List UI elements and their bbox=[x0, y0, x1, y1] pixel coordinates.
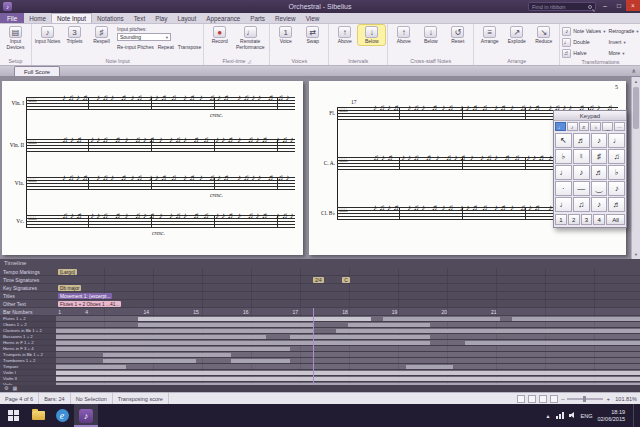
keysig-track[interactable]: Db major bbox=[56, 284, 640, 291]
zoom-out-button[interactable]: – bbox=[561, 396, 564, 402]
ribbon-tab-appearance[interactable]: Appearance bbox=[201, 13, 245, 23]
timeline-track[interactable] bbox=[56, 376, 640, 381]
show-hidden-icons[interactable]: ▲ bbox=[546, 413, 551, 419]
keypad-number-button[interactable]: 2 bbox=[568, 214, 580, 225]
halve-note-values-button[interactable]: ♬ Halve bbox=[562, 48, 605, 58]
timeline-row-time-signatures[interactable]: Time Signatures 2/4C bbox=[0, 276, 640, 284]
keypad-button[interactable]: ♫ bbox=[573, 197, 590, 212]
timeline-row-titles[interactable]: Titles Movement 1: (excerpt... bbox=[0, 292, 640, 300]
renotate-performance-button[interactable]: ♩ Renotate Performance bbox=[233, 25, 267, 50]
panorama-view-icon[interactable] bbox=[539, 395, 547, 403]
keypad-tab[interactable]: ‿ bbox=[602, 122, 613, 131]
timeline-track[interactable] bbox=[56, 364, 640, 369]
keypad-button[interactable]: ♬ bbox=[573, 133, 590, 148]
filter-icon[interactable]: ▦ bbox=[12, 385, 17, 392]
bar-numbers-track[interactable]: 141415161718192021 bbox=[56, 308, 640, 315]
timeline-row-key-signatures[interactable]: Key Signatures Db major bbox=[0, 284, 640, 292]
other-text-track[interactable]: Flutes 1 + 2 Oboes 1 ...41... bbox=[56, 300, 640, 307]
swap-button[interactable]: ⇄ Swap bbox=[299, 25, 326, 45]
full-screen-view-icon[interactable] bbox=[550, 395, 558, 403]
timeline-track[interactable] bbox=[56, 316, 640, 321]
timeline-track[interactable] bbox=[56, 340, 640, 345]
keypad-button[interactable]: ♪ bbox=[608, 181, 625, 196]
invert-button[interactable]: Invert ▾ bbox=[608, 37, 638, 47]
time-signature-badge[interactable]: C bbox=[342, 277, 349, 283]
ribbon-tab-text[interactable]: Text bbox=[129, 13, 151, 23]
taskbar-clock[interactable]: 18:19 02/06/2015 bbox=[597, 409, 625, 422]
keypad-button[interactable]: ♬ bbox=[591, 165, 608, 180]
keypad-panel[interactable]: Keypad ♩♪♬♭‿⋯ ↖♬♪♩♭♮♯♫♩♪♬♭·—‿♪♩♫♪♬ 1234A… bbox=[553, 110, 627, 228]
ribbon-tab-note-input[interactable]: Note Input bbox=[51, 13, 92, 23]
keypad-button[interactable]: ♮ bbox=[573, 149, 590, 164]
scroll-down-icon[interactable]: ▼ bbox=[632, 250, 640, 259]
keypad-button[interactable]: ♯ bbox=[591, 149, 608, 164]
start-button[interactable] bbox=[0, 404, 26, 427]
staff-lines[interactable]: ♭♭♭♭♭ ♪♫♪♬ ♪♫♪ ♬♪♫ ♪♪♬♫ ♪♬♪ ♫♪♬ ♪♫♪♪ ♬♫♪… bbox=[26, 177, 295, 190]
timeline-playhead[interactable] bbox=[313, 308, 314, 385]
ribbon-tab-notations[interactable]: Notations bbox=[92, 13, 129, 23]
other-text-badge[interactable]: Flutes 1 + 2 Oboes 1 ...41... bbox=[58, 301, 121, 307]
input-notes-button[interactable]: ♪ Input Notes bbox=[34, 25, 61, 45]
ribbon-tab-home[interactable]: Home bbox=[24, 13, 51, 23]
timeline-track[interactable] bbox=[56, 322, 640, 327]
keypad-button[interactable]: ♬ bbox=[608, 197, 625, 212]
interval-above-button[interactable]: ↑ Above bbox=[331, 25, 358, 45]
input-devices-button[interactable]: ▤ Input Devices bbox=[2, 25, 29, 50]
keypad-tab[interactable]: ⋯ bbox=[614, 122, 625, 131]
scrollbar-thumb[interactable] bbox=[633, 87, 639, 129]
internet-explorer-button[interactable]: e bbox=[50, 404, 74, 427]
minimize-button[interactable]: – bbox=[598, 0, 612, 11]
vertical-scrollbar[interactable]: ▲ ▼ bbox=[631, 77, 640, 259]
timeline-track[interactable] bbox=[56, 352, 640, 357]
find-in-ribbon-input[interactable]: Find in ribbon bbox=[528, 2, 596, 11]
timeline-track[interactable] bbox=[56, 370, 640, 375]
zoom-slider-thumb[interactable] bbox=[583, 396, 586, 402]
staff-lines[interactable]: ♭♭♭♭♭ ♪♫♪♬ ♪♫♪ ♬♪♫ ♪♪♬♫ ♪♬♪ ♫♪♬ ♪♫♪♪ ♬♫♪… bbox=[26, 97, 295, 110]
timeline-row-tempo-markings[interactable]: Tempo Markings [Largo] bbox=[0, 268, 640, 276]
keypad-tab[interactable]: ♭ bbox=[590, 122, 601, 131]
tab-full-score[interactable]: Full Score bbox=[14, 66, 60, 76]
ribbon-tab-review[interactable]: Review bbox=[270, 13, 301, 23]
key-signature-badge[interactable]: Db major bbox=[58, 285, 81, 291]
scroll-up-icon[interactable]: ▲ bbox=[632, 77, 640, 86]
keypad-button[interactable]: ♫ bbox=[608, 149, 625, 164]
score-page-left[interactable]: Vln. I ♭♭♭♭♭ ♪♫♪♬ ♪♫♪ ♬♪♫ ♪♪♬♫ ♪♬♪ ♫♪♬ ♪… bbox=[2, 81, 303, 255]
cresc-marking[interactable]: cresc. bbox=[210, 112, 223, 118]
time-signature-badge[interactable]: 2/4 bbox=[313, 277, 324, 283]
staff-lines[interactable]: ♭♭♭♭♭ ♫♪♬ ♪♪♫ ♬♪ ♫♪♬♪ ♪♫♪ ♬♫ ♪♪♬♪ ♫♪♬ ♪♫… bbox=[26, 139, 295, 152]
reinput-pitches-button[interactable]: Re-input Pitches bbox=[117, 44, 154, 50]
reduce-button[interactable]: ↘ Reduce bbox=[530, 25, 557, 45]
tempo-badge[interactable]: [Largo] bbox=[58, 269, 77, 275]
keypad-number-button[interactable]: 3 bbox=[581, 214, 593, 225]
timeline-track[interactable] bbox=[56, 346, 640, 351]
timeline-row-other-text[interactable]: Other Text Flutes 1 + 2 Oboes 1 ...41... bbox=[0, 300, 640, 308]
staff-violin2[interactable]: Vln. II ♭♭♭♭♭ ♫♪♬ ♪♪♫ ♬♪ ♫♪♬♪ ♪♫♪ ♬♫ ♪♪♬… bbox=[2, 139, 299, 152]
timesig-track[interactable]: 2/4C bbox=[56, 276, 640, 283]
retrograde-button[interactable]: Retrograde ▾ bbox=[608, 26, 638, 36]
cross-staff-below-button[interactable]: ↓ Below bbox=[417, 25, 444, 45]
timeline-track[interactable] bbox=[56, 358, 640, 363]
ribbon-tab-view[interactable]: View bbox=[301, 13, 325, 23]
titles-track[interactable]: Movement 1: (excerpt... bbox=[56, 292, 640, 299]
keypad-button[interactable]: ♪ bbox=[573, 165, 590, 180]
keypad-tab[interactable]: ♬ bbox=[579, 122, 590, 131]
status-transposing-score[interactable]: Transposing score bbox=[113, 393, 169, 404]
keypad-button[interactable]: ‿ bbox=[591, 181, 608, 196]
ribbon-tab-layout[interactable]: Layout bbox=[172, 13, 201, 23]
two-page-view-icon[interactable] bbox=[528, 395, 536, 403]
keypad-button[interactable]: ♩ bbox=[608, 133, 625, 148]
keypad-button[interactable]: ↖ bbox=[555, 133, 572, 148]
keypad-button[interactable]: ♩ bbox=[555, 165, 572, 180]
keypad-number-button[interactable]: All bbox=[606, 214, 625, 225]
title-badge[interactable]: Movement 1: (excerpt... bbox=[58, 293, 112, 299]
keypad-button[interactable]: ♭ bbox=[608, 165, 625, 180]
keypad-number-button[interactable]: 1 bbox=[555, 214, 567, 225]
timeline-row-bar-numbers[interactable]: Bar Numbers 141415161718192021 bbox=[0, 308, 640, 316]
keypad-tab[interactable]: ♩ bbox=[555, 122, 566, 131]
maximize-button[interactable]: □ bbox=[612, 0, 626, 11]
speaker-icon[interactable] bbox=[569, 412, 576, 420]
timeline-track[interactable] bbox=[56, 328, 640, 333]
collapse-ribbon-icon[interactable]: ∧ bbox=[632, 67, 636, 74]
keypad-button[interactable]: — bbox=[573, 181, 590, 196]
staff-violin1[interactable]: Vln. I ♭♭♭♭♭ ♪♫♪♬ ♪♫♪ ♬♪♫ ♪♪♬♫ ♪♬♪ ♫♪♬ ♪… bbox=[2, 97, 299, 110]
